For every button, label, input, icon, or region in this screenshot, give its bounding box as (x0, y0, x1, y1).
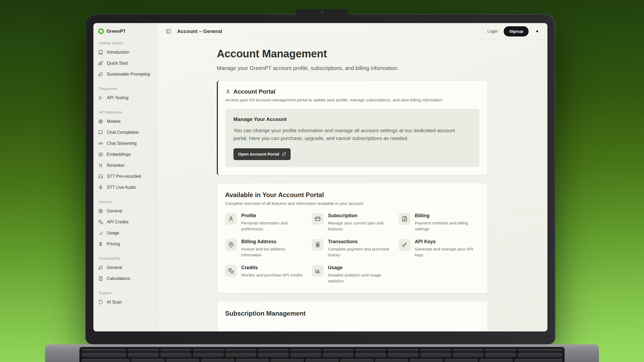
account-portal-description: Access your full account management port… (225, 98, 480, 102)
keyboard-key (258, 349, 289, 351)
sidebar-item-reranker[interactable]: Reranker (98, 160, 157, 171)
sidebar-item-calculations[interactable]: Calculations (98, 273, 157, 284)
feature-description: Personal information and preferences (241, 220, 306, 232)
sidebar-item-ai-scan[interactable]: AI Scan (98, 297, 157, 308)
sidebar-item-label: General (107, 209, 122, 213)
sidebar-item-label: STT Live Audio (107, 185, 136, 190)
feature-title: Credits (241, 265, 302, 271)
external-link-icon (282, 152, 286, 156)
sidebar-item-general[interactable]: General (98, 262, 157, 273)
keyboard-key (305, 359, 339, 362)
sidebar-sections: Getting StartedIntroductionQuick StartSu… (98, 41, 157, 308)
signup-button[interactable]: Signup (504, 26, 529, 36)
keyboard-key (518, 353, 562, 357)
subscription-management-title: Subscription Management (225, 310, 480, 317)
feature-icon-tile (399, 213, 411, 225)
theme-toggle-sun-icon[interactable] (535, 29, 540, 34)
sidebar-item-chat-streaming[interactable]: Chat Streaming (98, 138, 157, 149)
keyboard-key (485, 353, 516, 357)
sidebar-item-stt-live-audio[interactable]: STT Live Audio (98, 182, 157, 193)
leaf-icon (98, 265, 103, 270)
feature-icon-tile (225, 239, 237, 251)
sidebar-item-general[interactable]: General (98, 205, 157, 216)
laptop-bezel: GreenPT Getting StartedIntroductionQuick… (85, 14, 555, 344)
sidebar-item-chat-completion[interactable]: Chat Completion (98, 127, 157, 138)
keyboard-key (453, 353, 484, 357)
feature-credits: CreditsMonitor and purchase API credits (225, 265, 306, 284)
keyboard-key (388, 349, 419, 351)
sidebar-item-stt-pre-recorded[interactable]: STT Pre-recorded (98, 171, 157, 182)
laptop-screen: GreenPT Getting StartedIntroductionQuick… (93, 23, 547, 331)
laptop-camera (321, 12, 323, 14)
sidebar-item-models[interactable]: Models (98, 116, 157, 127)
keyboard-key (225, 353, 256, 357)
sidebar-item-introduction[interactable]: Introduction (98, 47, 157, 58)
sidebar-item-label: API Credits (107, 220, 129, 224)
page-title: Account Management (217, 48, 488, 60)
sidebar-item-label: Models (107, 119, 121, 124)
feature-title: Billing Address (241, 239, 306, 245)
feature-icon-tile (312, 213, 324, 225)
bars-icon (98, 231, 103, 235)
sidebar-section-label: Account (99, 200, 157, 204)
sidebar-item-quick-start[interactable]: Quick Start (98, 58, 157, 69)
open-account-portal-button[interactable]: Open Account Portal (233, 148, 291, 160)
feature-icon-tile (225, 213, 237, 225)
keyboard-key (193, 353, 224, 357)
layers-icon (98, 152, 103, 157)
keyboard-key (128, 353, 159, 357)
keyboard-key (225, 349, 256, 351)
sidebar-item-label: Usage (107, 231, 119, 235)
feature-description: Detailed analytics and usage statistics (328, 272, 393, 284)
keyboard-key (485, 349, 516, 351)
portal-features-card: Available in Your Account Portal Complet… (217, 183, 488, 293)
feature-description: Monitor and purchase API credits (241, 272, 302, 278)
sidebar-item-api-credits[interactable]: API Credits (98, 216, 157, 227)
sidebar-section-label: Sustainability (99, 256, 157, 260)
dollar-icon (98, 242, 103, 246)
keyboard-key (355, 353, 386, 357)
keyboard-key (323, 349, 354, 351)
updown-icon (98, 163, 103, 168)
sidebar-item-api-testing[interactable]: API Testing (98, 92, 157, 103)
page-subtitle: Manage your GreenPT account profile, sub… (217, 65, 488, 71)
brand-name: GreenPT (107, 29, 126, 34)
chart-icon (315, 268, 321, 274)
keyboard-key (445, 359, 478, 362)
sidebar-item-embeddings[interactable]: Embeddings (98, 149, 157, 160)
user-icon (228, 216, 234, 222)
headphones-icon (98, 174, 103, 179)
sidebar-item-pricing[interactable]: Pricing (98, 238, 157, 249)
file-icon (402, 216, 408, 222)
brand-logo-icon (98, 28, 104, 34)
manage-account-panel: Manage Your Account You can change your … (225, 109, 480, 167)
keyboard-key (518, 349, 562, 351)
keyboard-key (82, 359, 130, 362)
topbar: Account – General Login Signup (157, 23, 547, 40)
sidebar-section-label: API Reference (99, 110, 157, 114)
feature-subscription: SubscriptionManage your current plan and… (312, 213, 393, 232)
radio-icon (98, 141, 103, 146)
feature-icon-tile (312, 239, 324, 251)
leaf-icon (98, 72, 103, 77)
sidebar-toggle-icon[interactable] (166, 29, 171, 34)
login-link[interactable]: Login (487, 29, 498, 34)
sidebar-item-label: Chat Completion (107, 130, 139, 135)
keyboard-key (514, 359, 562, 362)
sidebar-section-label: Support (99, 291, 157, 295)
brand-logo[interactable]: GreenPT (98, 28, 157, 34)
user-icon (225, 89, 231, 94)
sidebar-section-playground: PlaygroundAPI Testing (98, 87, 157, 103)
keyboard-key (258, 353, 289, 357)
keyboard-key (453, 349, 484, 351)
feature-icon-tile (312, 265, 324, 277)
keyboard-key (290, 349, 321, 351)
sidebar-item-label: Reranker (107, 163, 125, 168)
page-content: Account Management Manage your GreenPT a… (157, 40, 547, 331)
portal-features-title: Available in Your Account Portal (225, 191, 480, 199)
sidebar-item-sustainable-prompting[interactable]: Sustainable Prompting (98, 69, 157, 80)
sidebar-item-label: Introduction (107, 50, 129, 55)
sidebar-item-usage[interactable]: Usage (98, 227, 157, 238)
sidebar-section-account: AccountGeneralAPI CreditsUsagePricing (98, 200, 157, 249)
mic-icon (98, 185, 103, 190)
